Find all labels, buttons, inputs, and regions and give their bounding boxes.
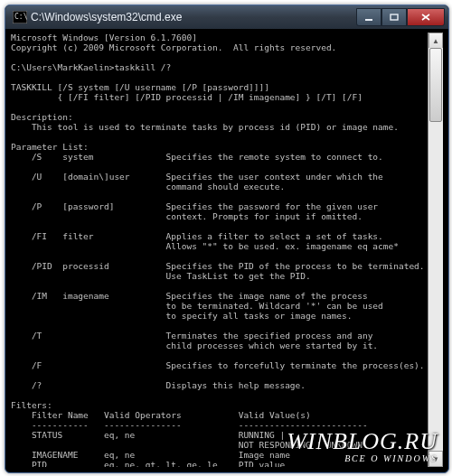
cmd-window: C:\ C:\Windows\system32\cmd.exe Microsof… bbox=[5, 5, 449, 473]
minimize-button[interactable] bbox=[356, 8, 381, 26]
close-button[interactable] bbox=[407, 8, 445, 26]
scroll-track[interactable] bbox=[428, 48, 443, 452]
chevron-down-icon: ▼ bbox=[432, 455, 439, 463]
terminal-output[interactable]: Microsoft Windows [Version 6.1.7600] Cop… bbox=[11, 33, 443, 467]
window-title: C:\Windows\system32\cmd.exe bbox=[31, 5, 354, 29]
scroll-thumb[interactable] bbox=[429, 48, 442, 122]
svg-rect-3 bbox=[391, 14, 398, 20]
chevron-up-icon: ▲ bbox=[432, 37, 439, 45]
svg-rect-2 bbox=[365, 19, 372, 21]
scroll-up-button[interactable]: ▲ bbox=[428, 33, 443, 49]
vertical-scrollbar[interactable]: ▲ ▼ bbox=[428, 33, 443, 467]
window-controls bbox=[356, 8, 445, 26]
titlebar[interactable]: C:\ C:\Windows\system32\cmd.exe bbox=[5, 5, 448, 29]
svg-text:C:\: C:\ bbox=[14, 13, 27, 21]
scroll-down-button[interactable]: ▼ bbox=[428, 451, 443, 467]
maximize-button[interactable] bbox=[381, 8, 407, 26]
minimize-icon bbox=[364, 14, 373, 21]
close-icon bbox=[421, 14, 430, 21]
cmd-icon: C:\ bbox=[13, 11, 27, 23]
maximize-icon bbox=[390, 14, 399, 21]
